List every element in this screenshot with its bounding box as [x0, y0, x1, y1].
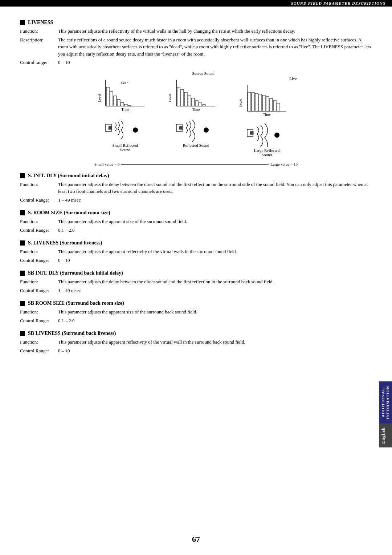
sb-room-size-control-label: Control Range: [20, 317, 58, 324]
sb-room-size-function-label: Function: [20, 308, 58, 316]
liveness-diagram-area: Source Sound Level Dead [20, 71, 372, 166]
svg-rect-25 [177, 87, 180, 106]
s-liveness-control-value: 0 – 10 [58, 257, 372, 264]
s-liveness-control-label: Control Range: [20, 257, 58, 264]
svg-rect-26 [181, 89, 184, 106]
sb-liveness-control-row: Control Range: 0 – 10 [20, 347, 372, 355]
sb-init-dly-heading-text: SB INIT. DLY (Surround back initial dela… [28, 270, 123, 276]
sb-room-size-control-value: 0.1 – 2.0 [58, 317, 372, 324]
diagram-large-caption: Large ReflectedSound [254, 148, 279, 157]
tab-additional-label: ADDITIONALINFORMATION [381, 386, 390, 419]
s-init-dly-heading-text: S. INIT. DLY (Surround initial delay) [28, 173, 109, 179]
scale-small-label: Small value = 0 [94, 162, 119, 166]
svg-rect-48 [252, 93, 254, 111]
liveness-control-label: Control range: [20, 59, 58, 66]
svg-point-21 [133, 127, 138, 133]
tab-english-label: English [381, 427, 386, 444]
svg-rect-30 [195, 101, 198, 106]
sb-room-size-control-row: Control Range: 0.1 – 2.0 [20, 317, 372, 324]
liveness-control-value: 0 – 10 [58, 59, 372, 66]
sb-init-dly-function-row: Function: This parameter adjusts the del… [20, 278, 372, 285]
sb-init-dly-function-label: Function: [20, 278, 58, 285]
sb-init-dly-control-row: Control Range: 1 – 49 msec [20, 287, 372, 294]
svg-text:Time: Time [263, 113, 270, 117]
main-content: LIVENESS Function: This parameter adjust… [0, 7, 392, 385]
s-room-size-bullet [20, 210, 25, 215]
svg-rect-50 [259, 94, 262, 111]
diagram-large-svg: Level [237, 81, 297, 121]
s-init-dly-function-text: This parameter adjusts the delay between… [58, 181, 372, 195]
diagram-large: Live Level [237, 76, 297, 157]
svg-text:⬛: ⬛ [250, 131, 254, 135]
svg-rect-5 [110, 92, 113, 106]
svg-rect-27 [184, 92, 187, 106]
page-header: SOUND FIELD PARAMETER DESCRIPTIONS [0, 0, 392, 7]
svg-rect-51 [262, 95, 265, 111]
svg-rect-29 [192, 98, 195, 106]
scale-bar: Small value = 0 ← → Large value = 10 [94, 162, 298, 166]
liveness-bullet [20, 20, 25, 25]
s-liveness-control-row: Control Range: 0 – 10 [20, 257, 372, 264]
s-init-dly-function-label: Function: [20, 181, 58, 195]
s-init-dly-control-value: 1 – 49 msec [58, 197, 372, 204]
sb-room-size-function-text: This parameter adjusts the apparent size… [58, 308, 372, 316]
s-room-size-control-label: Control Range: [20, 227, 58, 234]
s-room-size-heading-text: S. ROOM SIZE (Surround room size) [28, 210, 110, 216]
sb-init-dly-bullet [20, 271, 25, 276]
diagram-small-speaker: ▪ ⬛ [95, 116, 155, 142]
sb-liveness-control-value: 0 – 10 [58, 347, 372, 355]
sb-init-dly-function-text: This parameter adjusts the delay between… [58, 278, 372, 285]
s-init-dly-heading: S. INIT. DLY (Surround initial delay) [20, 173, 372, 179]
liveness-function-row: Function: This parameter adjusts the ref… [20, 28, 372, 35]
page-container: SOUND FIELD PARAMETER DESCRIPTIONS LIVEN… [0, 0, 392, 555]
svg-text:Level: Level [97, 94, 101, 102]
svg-rect-7 [117, 100, 120, 106]
tab-english: English [379, 424, 392, 447]
svg-point-68 [274, 133, 279, 138]
svg-rect-52 [266, 97, 269, 111]
svg-text:Level: Level [239, 99, 243, 107]
liveness-function-text: This parameter adjusts the reflectivity … [58, 28, 372, 35]
s-liveness-heading: S. LIVENESS (Surround liveness) [20, 240, 372, 246]
diagram-large-speaker: ⬛ [237, 121, 297, 147]
liveness-section-heading: LIVENESS [20, 20, 372, 25]
live-label: Live [237, 76, 297, 81]
s-room-size-function-row: Function: This parameter adjusts the app… [20, 218, 372, 225]
svg-rect-6 [114, 96, 117, 106]
s-room-size-control-row: Control Range: 0.1 – 2.0 [20, 227, 372, 234]
diagram-middle-speaker: ⬛ [166, 116, 226, 142]
svg-rect-8 [121, 102, 124, 106]
svg-rect-53 [270, 98, 273, 111]
sb-room-size-function-row: Function: This parameter adjusts the app… [20, 308, 372, 316]
liveness-description-label: Description: [20, 36, 58, 58]
liveness-control-row: Control range: 0 – 10 [20, 59, 372, 66]
diagram-middle-caption: Reflected Sound [183, 143, 209, 147]
liveness-heading: LIVENESS [28, 20, 53, 25]
diagram-middle-svg: Level [166, 76, 226, 116]
header-title: SOUND FIELD PARAMETER DESCRIPTIONS [291, 1, 385, 5]
svg-rect-28 [188, 95, 191, 106]
s-liveness-function-row: Function: This parameter adjusts the app… [20, 248, 372, 255]
liveness-description-row: Description: The early reflections of a … [20, 36, 372, 58]
svg-rect-31 [199, 103, 202, 106]
sb-liveness-heading-text: SB LIVENESS (Surround back liveness) [28, 331, 116, 336]
s-room-size-function-text: This parameter adjusts the apparent size… [58, 218, 372, 225]
s-liveness-heading-text: S. LIVENESS (Surround liveness) [28, 240, 102, 246]
sb-init-dly-control-label: Control Range: [20, 287, 58, 294]
sidebar-tabs: ADDITIONALINFORMATION English [379, 381, 392, 447]
sb-room-size-bullet [20, 301, 25, 306]
liveness-function-label: Function: [20, 28, 58, 35]
diagrams-row: Level Dead [95, 76, 297, 157]
svg-text:Time: Time [192, 108, 200, 112]
s-liveness-function-text: This parameter adjusts the apparent refl… [58, 248, 372, 255]
sb-liveness-function-text: This parameter adjusts the apparent refl… [58, 339, 372, 346]
svg-text:Level: Level [168, 94, 172, 102]
svg-text:Time: Time [121, 108, 129, 112]
source-sound-label: Source Sound [171, 71, 236, 76]
svg-rect-55 [277, 103, 280, 111]
svg-text:⬛: ⬛ [108, 126, 113, 130]
s-room-size-control-value: 0.1 – 2.0 [58, 227, 372, 234]
diagram-small: Level Dead [95, 76, 155, 157]
svg-text:⬛: ⬛ [179, 126, 183, 130]
liveness-description-text: The early reflections of a sound source … [58, 36, 372, 58]
